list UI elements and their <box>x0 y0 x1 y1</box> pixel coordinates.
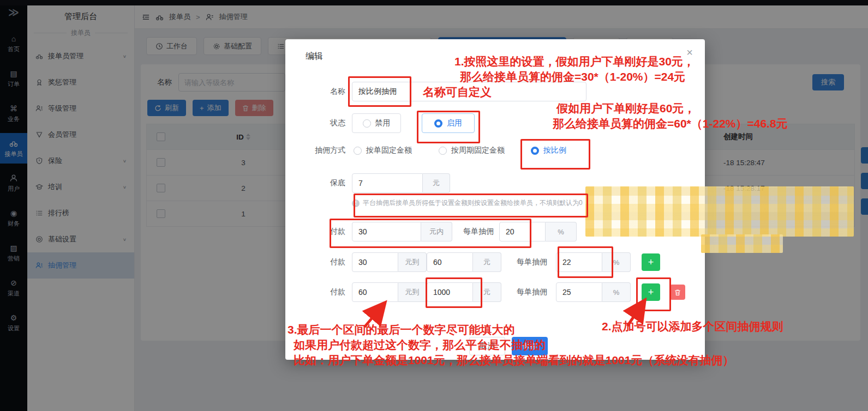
percent-addon: % <box>546 222 577 241</box>
name-field-row: 名称 <box>285 82 586 101</box>
rate-label: 每单抽佣 <box>517 257 547 267</box>
floor-hint: ! 平台抽佣后接单员所得低于设置金额则按设置金额给接单员，不填则默认为0 <box>352 198 583 208</box>
floor-field-row: 保底 元 <box>285 173 450 193</box>
radio-off-icon <box>439 147 447 155</box>
close-icon[interactable]: × <box>686 47 693 58</box>
add-tier-button[interactable]: + <box>642 253 660 271</box>
tier1-rate-input[interactable] <box>499 222 546 241</box>
status-enabled-radio[interactable]: 启用 <box>422 113 475 133</box>
remove-tier-button[interactable] <box>670 285 685 300</box>
pay-label: 付款 <box>285 287 352 297</box>
pay-label: 付款 <box>285 257 352 267</box>
tier-row-3: 付款 元到 元 每单抽佣 % + <box>285 282 685 302</box>
radio-on-icon <box>434 119 442 128</box>
dialog-title: 编辑 <box>306 51 323 62</box>
unit-within-addon: 元内 <box>421 222 452 241</box>
tier-row-2: 付款 元到 元 每单抽佣 % + <box>285 252 660 272</box>
unit-to-addon: 元到 <box>398 282 427 302</box>
save-button[interactable]: 保存 <box>512 337 548 355</box>
status-field-row: 状态 禁用 启用 <box>285 113 475 133</box>
trash-icon <box>674 289 681 296</box>
radio-off-icon <box>363 119 371 128</box>
cancel-button[interactable]: 取消 <box>469 337 505 355</box>
unit-yuan-addon: 元 <box>423 173 450 193</box>
admin-commission-edit-screen: { "colors":{"primary_blue":"#3a86dd","mo… <box>0 0 868 411</box>
method-fixed-per-period-radio[interactable]: 按周期固定金额 <box>439 146 505 155</box>
method-by-ratio-radio[interactable]: 按比例 <box>531 146 566 155</box>
tier1-limit-input[interactable] <box>352 222 421 241</box>
censored-mosaic <box>701 234 783 253</box>
floor-hint-row: ! 平台抽佣后接单员所得低于设置金额则按设置金额给接单员，不填则默认为0 <box>285 198 583 208</box>
unit-yuan-addon: 元 <box>473 282 501 302</box>
info-icon: ! <box>352 200 360 207</box>
tier3-from-input[interactable] <box>352 282 398 302</box>
percent-addon: % <box>602 252 631 272</box>
censored-mosaic <box>585 186 854 237</box>
rate-label: 每单抽佣 <box>463 227 494 237</box>
name-input[interactable] <box>352 82 586 101</box>
tier2-from-input[interactable] <box>352 252 398 272</box>
tier2-rate-input[interactable] <box>556 252 602 272</box>
status-label: 状态 <box>285 118 352 128</box>
percent-addon: % <box>602 282 631 302</box>
pay-label: 付款 <box>285 227 352 237</box>
floor-label: 保底 <box>285 178 352 188</box>
name-label: 名称 <box>285 87 352 96</box>
method-fixed-per-order-radio[interactable]: 按单固定金额 <box>354 146 412 155</box>
floor-input[interactable] <box>352 173 423 193</box>
tier-row-1: 付款 元内 每单抽佣 % <box>285 222 577 241</box>
method-label: 抽佣方式 <box>285 146 352 155</box>
radio-on-icon <box>531 147 539 155</box>
tier2-to-input[interactable] <box>427 252 473 272</box>
status-disabled-radio[interactable]: 禁用 <box>352 113 401 133</box>
radio-off-icon <box>354 147 362 155</box>
unit-to-addon: 元到 <box>398 252 427 272</box>
add-tier-button[interactable]: + <box>642 283 660 301</box>
method-field-row: 抽佣方式 按单固定金额 按周期固定金额 按比例 <box>285 144 566 157</box>
tier3-rate-input[interactable] <box>556 282 602 302</box>
rate-label: 每单抽佣 <box>517 287 547 297</box>
unit-yuan-addon: 元 <box>473 252 501 272</box>
tier3-to-input[interactable] <box>427 282 473 302</box>
